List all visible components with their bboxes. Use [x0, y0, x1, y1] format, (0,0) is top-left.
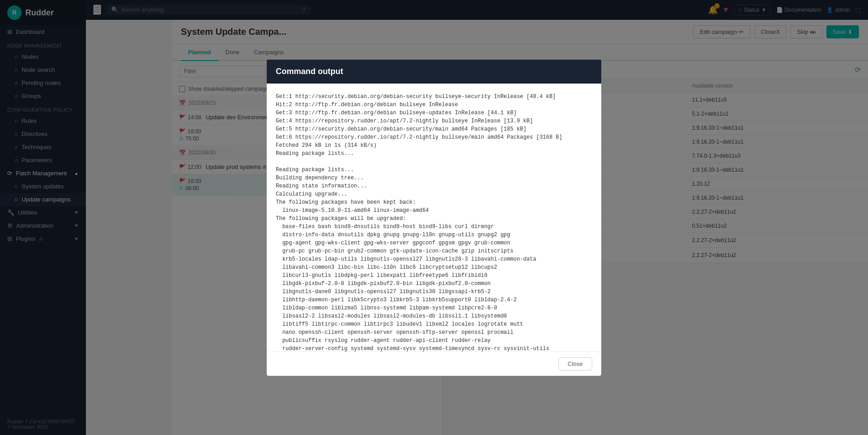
modal-overlay[interactable]: Command output Get:1 http://security.deb…: [0, 0, 868, 435]
modal-content: Get:1 http://security.debian.org/debian-…: [276, 93, 592, 351]
modal-body: Get:1 http://security.debian.org/debian-…: [267, 84, 601, 351]
modal-close-button[interactable]: Close: [558, 357, 592, 370]
modal-header: Command output: [267, 60, 601, 84]
command-output-modal: Command output Get:1 http://security.deb…: [267, 60, 601, 376]
modal-footer: Close: [267, 351, 601, 376]
